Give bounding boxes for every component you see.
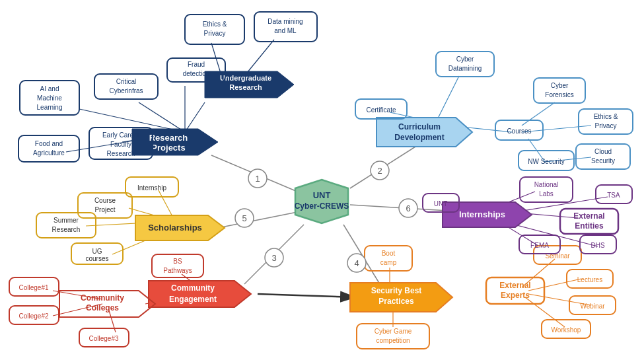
svg-text:Privacy: Privacy (204, 30, 226, 37)
svg-text:College#1: College#1 (18, 284, 48, 291)
internships-node: Internships (443, 202, 532, 227)
svg-text:Courses: Courses (507, 127, 531, 135)
svg-line-19 (522, 126, 591, 132)
external-entities-node: External Entities (560, 209, 618, 234)
svg-line-14 (244, 40, 274, 76)
ai-machine-learning-node: AI and Machine Learning (20, 81, 79, 115)
svg-text:3: 3 (271, 253, 276, 263)
svg-text:and ML: and ML (274, 27, 297, 34)
svg-text:Agriculture: Agriculture (33, 149, 65, 157)
mind-map: UNT Cyber-CREWS Research Projects Underg… (0, 0, 644, 364)
svg-text:Ethics &: Ethics & (203, 20, 227, 28)
svg-text:Colleges: Colleges (86, 303, 119, 312)
svg-text:Internships: Internships (459, 209, 505, 219)
circle-6: 6 (399, 199, 417, 217)
svg-text:Development: Development (394, 133, 444, 142)
svg-text:Boot: Boot (382, 250, 396, 257)
svg-line-28 (109, 310, 116, 332)
ethics-privacy-2-node: Ethics & Privacy (579, 109, 633, 134)
lectures-node: Lectures (567, 270, 613, 288)
tsa-node: TSA (596, 185, 632, 203)
svg-text:6: 6 (406, 203, 410, 213)
external-experts-node: External Experts (486, 277, 544, 304)
curriculum-development-node: Curriculum Development (376, 118, 472, 147)
critical-cyberinfras-node: Critical Cyberinfras (94, 74, 158, 99)
svg-text:Cloud: Cloud (594, 148, 612, 155)
svg-text:Datamining: Datamining (448, 65, 482, 72)
svg-text:Cyber: Cyber (551, 82, 569, 89)
svg-text:Machine: Machine (37, 94, 62, 102)
svg-line-18 (522, 102, 555, 126)
svg-text:Cyber-CREWS: Cyber-CREWS (295, 201, 349, 211)
svg-text:NW Security: NW Security (528, 158, 565, 165)
svg-text:Certificate: Certificate (366, 106, 396, 114)
boot-camp-node: Boot camp (365, 246, 412, 271)
svg-text:detection: detection (183, 70, 210, 77)
summer-research-node: Summer Research (36, 213, 96, 238)
svg-text:UG: UG (92, 248, 102, 255)
svg-text:Cyber: Cyber (456, 55, 474, 63)
svg-text:Security: Security (591, 157, 615, 164)
svg-line-34 (528, 279, 581, 291)
center-node: UNT Cyber-CREWS (295, 180, 349, 223)
ethics-privacy-1-node: Ethics & Privacy (185, 15, 244, 44)
svg-text:Forensics: Forensics (545, 91, 573, 98)
circle-3: 3 (265, 248, 283, 267)
svg-text:Entities: Entities (575, 221, 604, 231)
webinar-node: Webinar (569, 296, 616, 314)
svg-text:Course: Course (94, 197, 116, 204)
data-mining-ml-node: Data mining and ML (254, 12, 317, 42)
svg-text:Pathways: Pathways (163, 267, 192, 274)
svg-text:Summer: Summer (54, 217, 79, 224)
college1-node: College#1 (9, 277, 59, 296)
svg-text:Cyberinfras: Cyberinfras (109, 87, 143, 94)
svg-text:Workshop: Workshop (552, 326, 581, 334)
svg-text:FEMA: FEMA (530, 242, 549, 249)
svg-text:Critical: Critical (116, 78, 137, 85)
svg-text:DHS: DHS (590, 242, 604, 249)
svg-line-4 (343, 225, 380, 284)
svg-text:Early Career: Early Career (102, 131, 140, 139)
nw-security-node: NW Security (519, 151, 574, 170)
college2-node: College#2 (9, 306, 59, 324)
svg-text:4: 4 (354, 258, 359, 268)
ug-courses-node: UG courses (71, 243, 123, 264)
cyber-forensics-node: Cyber Forensics (534, 78, 585, 103)
svg-text:Research: Research (52, 226, 81, 233)
svg-text:Labs: Labs (539, 190, 554, 198)
scholarships-node: Scholarships (135, 215, 225, 240)
svg-text:Webinar: Webinar (580, 303, 605, 310)
svg-text:Faculty: Faculty (110, 141, 131, 148)
certificate-node: Certificate (355, 99, 407, 119)
svg-text:1: 1 (255, 174, 260, 184)
svg-text:College#3: College#3 (89, 335, 118, 342)
svg-text:Learning: Learning (37, 104, 63, 111)
svg-text:External: External (573, 211, 604, 221)
svg-text:TSA: TSA (607, 192, 620, 199)
svg-text:Research: Research (149, 133, 188, 143)
svg-text:Cyber Game: Cyber Game (375, 328, 412, 335)
internship-scholarship-node: Internship (125, 177, 178, 197)
svg-text:2: 2 (377, 166, 382, 176)
svg-text:BS: BS (173, 258, 182, 265)
svg-line-7 (185, 102, 205, 132)
svg-line-5 (218, 211, 301, 228)
svg-text:camp: camp (380, 259, 397, 266)
svg-text:Privacy: Privacy (595, 122, 617, 129)
svg-text:UNT: UNT (313, 190, 331, 200)
svg-text:College#2: College#2 (18, 312, 48, 320)
security-best-practices-node: Security Best Practices (350, 283, 452, 312)
svg-text:National: National (534, 181, 559, 188)
workshop-node: Workshop (542, 320, 590, 338)
cloud-security-node: Cloud Security (576, 144, 630, 169)
course-project-node: Course Project (78, 193, 132, 218)
svg-line-16 (436, 76, 459, 122)
svg-text:Fraud: Fraud (188, 61, 205, 68)
svg-text:Security Best: Security Best (371, 286, 422, 295)
dhs-node: DHS (580, 235, 616, 254)
svg-text:Engagement: Engagement (169, 295, 217, 304)
svg-text:5: 5 (242, 213, 246, 223)
cyber-datamining-node: Cyber Datamining (436, 52, 494, 77)
national-labs-node: National Labs (520, 177, 573, 202)
svg-text:Practices: Practices (378, 297, 414, 306)
